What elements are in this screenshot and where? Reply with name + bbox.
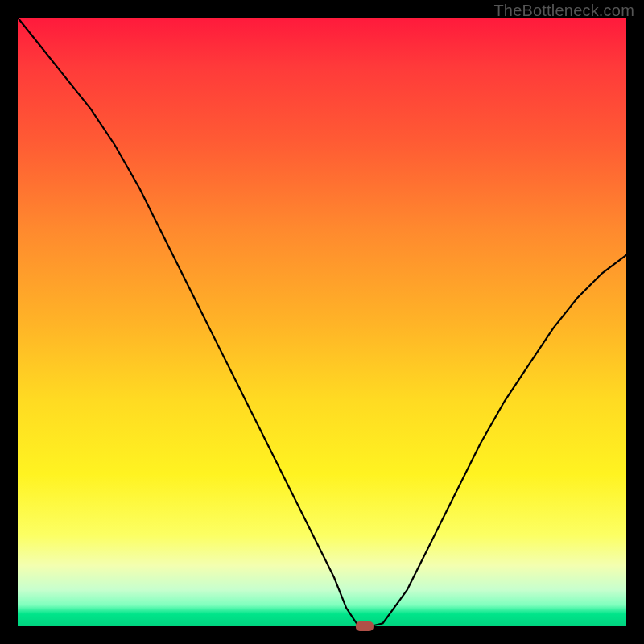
chart-frame: TheBottleneck.com <box>0 0 644 644</box>
watermark-text: TheBottleneck.com <box>493 2 634 20</box>
optimum-marker <box>356 621 374 631</box>
plot-gradient-area <box>18 18 626 626</box>
plot-svg <box>18 18 626 626</box>
bottleneck-curve <box>18 18 626 626</box>
